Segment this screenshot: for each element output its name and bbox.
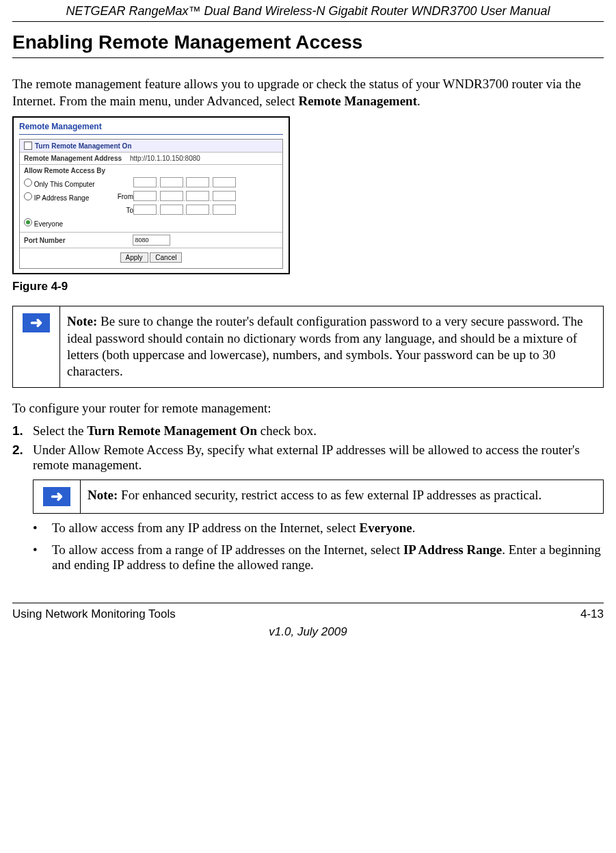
step1-b: check box. xyxy=(257,423,317,438)
address-value: http://10.1.10.150:8080 xyxy=(130,155,200,162)
radio2-label: IP Address Range xyxy=(34,194,89,202)
intro-b: . xyxy=(417,94,420,108)
footer-right: 4-13 xyxy=(580,607,604,621)
ip-c2[interactable] xyxy=(160,205,183,215)
radio-everyone[interactable] xyxy=(24,218,32,226)
step2-num: 2. xyxy=(12,443,33,473)
radio-only-this[interactable] xyxy=(24,179,32,187)
turn-on-checkbox[interactable] xyxy=(24,142,32,150)
step2-text: Under Allow Remote Access By, specify wh… xyxy=(33,443,604,473)
step1-a: Select the xyxy=(33,423,87,438)
section-rule xyxy=(12,57,604,58)
bullet-dot: • xyxy=(33,542,52,573)
note-box-1: ➜ Note: Be sure to change the router's d… xyxy=(12,306,604,387)
steps-list: 1. Select the Turn Remote Management On … xyxy=(12,423,604,473)
ip-a3[interactable] xyxy=(186,177,209,187)
radio3-label: Everyone xyxy=(34,220,63,228)
ip-c1[interactable] xyxy=(133,205,157,215)
to-label: To xyxy=(106,207,133,214)
from-label: From xyxy=(106,193,133,200)
radio-range[interactable] xyxy=(24,192,32,200)
radio1-label: Only This Computer xyxy=(34,181,95,188)
bullet-list: • To allow access from any IP address on… xyxy=(33,521,604,573)
screenshot-body: Turn Remote Management On Remote Managem… xyxy=(19,139,283,269)
b1-b: . xyxy=(412,521,416,535)
page-footer: Using Network Monitoring Tools 4-13 v1.0… xyxy=(12,603,604,639)
note2-label: Note: xyxy=(88,488,118,502)
port-label: Port Number xyxy=(24,237,66,244)
ip-c4[interactable] xyxy=(213,205,236,215)
arrow-right-icon: ➜ xyxy=(43,487,70,506)
port-input[interactable]: 8080 xyxy=(133,235,170,246)
screenshot-sep xyxy=(19,134,283,135)
note1-text: Be sure to change the router's default c… xyxy=(67,314,582,378)
step1-bold: Turn Remote Management On xyxy=(87,423,257,438)
bullet-dot: • xyxy=(33,521,52,536)
ip-b1[interactable] xyxy=(133,191,157,201)
step1-num: 1. xyxy=(12,423,33,438)
address-label: Remote Management Address xyxy=(24,155,122,162)
intro-a: The remote management feature allows you… xyxy=(12,77,581,108)
note2-text: For enhanced security, restrict access t… xyxy=(118,488,541,502)
ip-b3[interactable] xyxy=(186,191,209,201)
config-intro: To configure your router for remote mana… xyxy=(12,400,604,417)
b1-bold: Everyone xyxy=(360,521,412,535)
footer-version: v1.0, July 2009 xyxy=(12,625,604,639)
header-rule xyxy=(12,21,604,22)
note-box-2: ➜ Note: For enhanced security, restrict … xyxy=(33,480,604,514)
screenshot-title: Remote Management xyxy=(14,118,289,133)
note1-label: Note: xyxy=(67,314,97,328)
ip-a4[interactable] xyxy=(213,177,236,187)
screenshot-frame: Remote Management Turn Remote Management… xyxy=(12,116,290,274)
intro-bold: Remote Management xyxy=(298,94,417,108)
figure-caption: Figure 4-9 xyxy=(12,280,604,293)
book-title: NETGEAR RangeMax™ Dual Band Wireless-N G… xyxy=(12,4,604,18)
turn-on-label: Turn Remote Management On xyxy=(35,142,132,150)
section-heading: Enabling Remote Management Access xyxy=(12,31,604,53)
ip-a2[interactable] xyxy=(160,177,183,187)
arrow-right-icon: ➜ xyxy=(23,313,50,332)
ip-b2[interactable] xyxy=(160,191,183,201)
ip-b4[interactable] xyxy=(213,191,236,201)
b1-a: To allow access from any IP address on t… xyxy=(52,521,360,535)
apply-button[interactable]: Apply xyxy=(120,252,148,263)
b2-a: To allow access from a range of IP addre… xyxy=(52,542,403,557)
b2-bold: IP Address Range xyxy=(403,542,502,557)
ip-a1[interactable] xyxy=(133,177,157,187)
cancel-button[interactable]: Cancel xyxy=(150,252,182,263)
intro-paragraph: The remote management feature allows you… xyxy=(12,76,604,109)
ip-c3[interactable] xyxy=(186,205,209,215)
footer-left: Using Network Monitoring Tools xyxy=(12,607,176,621)
access-heading: Allow Remote Access By xyxy=(20,165,282,174)
